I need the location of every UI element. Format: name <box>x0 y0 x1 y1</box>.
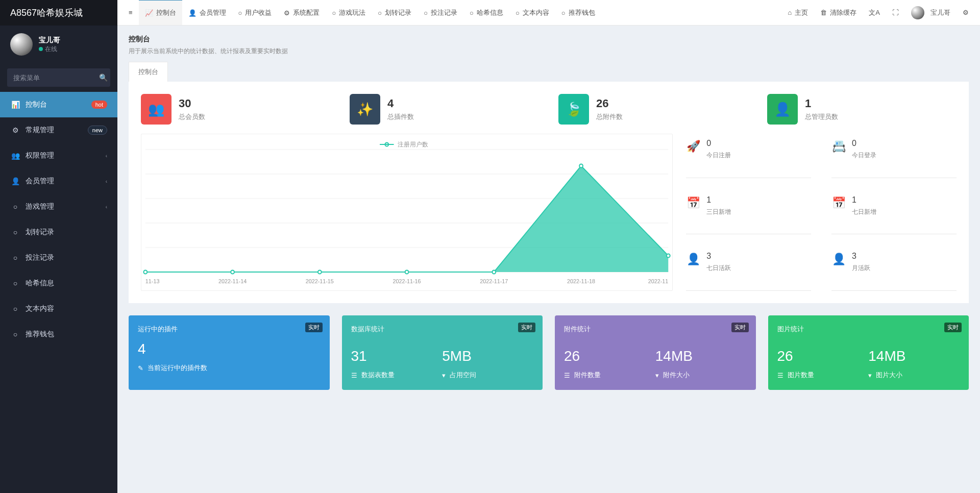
svg-text:2022-11-18: 2022-11-18 <box>567 278 595 284</box>
circle-icon: ○ <box>10 279 20 287</box>
cog-icon: ⚙ <box>10 126 20 134</box>
fullscreen-button[interactable]: ⛶ <box>886 0 905 26</box>
svg-text:注册用户数: 注册用户数 <box>398 141 428 148</box>
sidebar-item-label: 权限管理 <box>26 151 54 160</box>
sidebar-item-4[interactable]: ○游戏管理‹ <box>0 194 117 219</box>
info-card-0[interactable]: 实时 运行中的插件 4 ✎当前运行中的插件数 <box>129 315 330 390</box>
info-card-3[interactable]: 实时 图片统计 26 ☰图片数量 14MB ▾图片大小 <box>768 315 969 390</box>
mini-icon: 📇 <box>831 140 846 153</box>
sidebar-item-label: 推荐钱包 <box>26 330 54 339</box>
top-tab-0[interactable]: 📈控制台 <box>139 0 182 25</box>
stat-icon: 👤 <box>767 94 798 125</box>
sidebar-item-label: 投注记录 <box>26 253 54 262</box>
info-card-2[interactable]: 实时 附件统计 26 ☰附件数量 14MB ▾附件大小 <box>555 315 756 390</box>
card-left-foot: ☰图片数量 <box>777 371 869 380</box>
top-tab-label: 推荐钱包 <box>569 8 595 17</box>
top-tab-label: 划转记录 <box>385 8 411 17</box>
circle-icon: ○ <box>10 203 20 211</box>
stat-value: 4 <box>387 97 414 110</box>
top-tab-2[interactable]: ○用户收益 <box>232 0 278 26</box>
badge: new <box>88 126 107 135</box>
mini-label: 三日新增 <box>706 208 731 216</box>
stat-label: 总附件数 <box>596 112 623 121</box>
card-left-value: 26 <box>564 348 655 364</box>
avatar <box>911 6 924 19</box>
search-input[interactable] <box>13 74 99 82</box>
mini-label: 七日活跃 <box>706 264 731 273</box>
cog-icon: ⚙ <box>284 9 290 17</box>
top-tab-6[interactable]: ○投注记录 <box>418 0 463 26</box>
expand-icon: ⛶ <box>892 9 899 16</box>
card-left-value: 26 <box>777 348 869 364</box>
sidebar-item-0[interactable]: 📊控制台hot <box>0 92 117 117</box>
mini-stats: 🚀 0 今日注册 📇 0 今日登录 📅 1 三日新增 📅 1 七日新增 <box>686 134 957 291</box>
page-header: 控制台 用于展示当前系统中的统计数据、统计报表及重要实时数据 <box>117 26 980 62</box>
sidebar-item-2[interactable]: 👥权限管理‹ <box>0 143 117 168</box>
sidebar-item-8[interactable]: ○文本内容 <box>0 296 117 322</box>
sidebar-item-label: 文本内容 <box>26 304 54 313</box>
svg-point-7 <box>231 270 234 274</box>
filter-icon: ▾ <box>442 372 446 379</box>
top-tab-label: 会员管理 <box>200 8 226 17</box>
svg-text:2022-11-16: 2022-11-16 <box>393 278 421 284</box>
top-tab-label: 游戏玩法 <box>339 8 365 17</box>
top-tab-7[interactable]: ○哈希信息 <box>463 0 509 26</box>
stat-value: 1 <box>805 97 838 110</box>
mini-icon: 🚀 <box>686 140 700 153</box>
sidebar-item-3[interactable]: 👤会员管理‹ <box>0 168 117 194</box>
top-tab-8[interactable]: ○文本内容 <box>509 0 555 26</box>
sidebar-item-label: 会员管理 <box>26 177 54 186</box>
top-tab-1[interactable]: 👤会员管理 <box>182 0 232 26</box>
tab-dashboard[interactable]: 控制台 <box>129 62 168 82</box>
stat-card-3: 👤 1 总管理员数 <box>767 94 957 125</box>
top-tab-5[interactable]: ○划转记录 <box>372 0 418 26</box>
home-button[interactable]: ⌂主页 <box>781 0 814 26</box>
card-right-foot: ▾图片大小 <box>868 371 960 380</box>
clear-cache-label: 清除缓存 <box>830 8 856 17</box>
search-icon[interactable]: 🔍 <box>99 73 108 82</box>
sidebar-item-label: 常规管理 <box>26 126 54 135</box>
svg-text:2022-11: 2022-11 <box>648 278 669 284</box>
mini-label: 七日新增 <box>852 208 876 216</box>
sidebar-item-5[interactable]: ○划转记录 <box>0 219 117 245</box>
stat-label: 总会员数 <box>179 112 205 121</box>
card-foot: ✎当前运行中的插件数 <box>138 363 321 373</box>
top-tab-3[interactable]: ⚙系统配置 <box>278 0 326 26</box>
topbar-user[interactable]: 宝儿哥 <box>905 0 957 26</box>
menu-toggle-button[interactable]: ≡ <box>122 0 139 26</box>
user-name: 宝儿哥 <box>39 36 60 45</box>
circle-icon: ○ <box>424 9 428 17</box>
card-title: 数据库统计 <box>351 325 534 334</box>
settings-button[interactable]: ⚙ <box>957 0 975 26</box>
info-card-1[interactable]: 实时 数据库统计 31 ☰数据表数量 5MB ▾占用空间 <box>342 315 543 390</box>
top-tab-4[interactable]: ○游戏玩法 <box>326 0 372 26</box>
avatar <box>10 33 33 56</box>
sidebar-item-7[interactable]: ○哈希信息 <box>0 270 117 296</box>
card-left-foot: ☰附件数量 <box>564 371 655 380</box>
svg-text:2022-11-17: 2022-11-17 <box>480 278 508 284</box>
users-icon: 👥 <box>10 152 20 160</box>
svg-point-8 <box>318 270 322 274</box>
sidebar-user[interactable]: 宝儿哥 在线 <box>0 26 117 63</box>
card-right-foot: ▾附件大小 <box>655 371 747 380</box>
top-tab-9[interactable]: ○推荐钱包 <box>555 0 601 26</box>
dashboard-panel: 👥 30 总会员数 ✨ 4 总插件数 🍃 26 总附件数 👤 1 总管理员数 <box>129 82 969 303</box>
stat-icon: ✨ <box>350 94 380 125</box>
clear-cache-button[interactable]: 🗑清除缓存 <box>814 0 863 26</box>
sidebar-item-9[interactable]: ○推荐钱包 <box>0 322 117 347</box>
language-button[interactable]: 文A <box>863 0 886 26</box>
circle-icon: ○ <box>561 9 566 17</box>
translate-icon: 文A <box>869 8 880 17</box>
sidebar-item-6[interactable]: ○投注记录 <box>0 245 117 270</box>
svg-text:2022-11-15: 2022-11-15 <box>306 278 334 284</box>
page-desc: 用于展示当前系统中的统计数据、统计报表及重要实时数据 <box>129 47 969 56</box>
mini-stat-4: 👤 3 七日活跃 <box>686 246 811 291</box>
card-right-value: 14MB <box>868 348 960 364</box>
chevron-left-icon: ‹ <box>106 153 107 159</box>
mini-value: 1 <box>852 195 876 205</box>
stat-card-2: 🍃 26 总附件数 <box>558 94 748 125</box>
stat-value: 26 <box>596 97 623 110</box>
card-title: 运行中的插件 <box>138 325 321 334</box>
mini-stat-3: 📅 1 七日新增 <box>831 190 957 235</box>
sidebar-item-1[interactable]: ⚙常规管理new <box>0 117 117 143</box>
